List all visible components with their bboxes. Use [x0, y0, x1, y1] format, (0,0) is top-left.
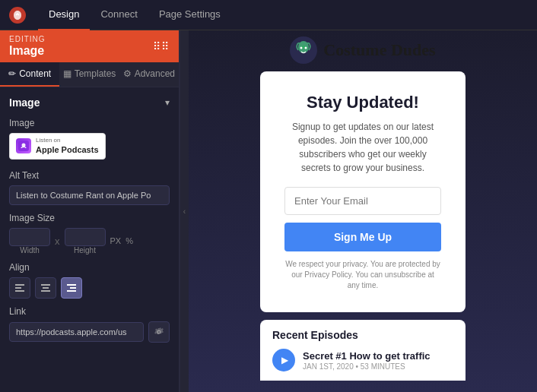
sidebar-header: EDITING Image ⠿⠿: [0, 30, 179, 62]
svg-point-13: [300, 47, 303, 49]
email-input[interactable]: [284, 187, 441, 215]
svg-rect-2: [15, 284, 24, 286]
apple-podcasts-icon: [16, 138, 31, 153]
height-field-group: Height: [65, 228, 106, 254]
pencil-icon: ✏: [8, 68, 16, 79]
link-settings-button[interactable]: [148, 321, 170, 343]
height-label: Height: [65, 246, 106, 254]
nav-tab-connect[interactable]: Connect: [90, 0, 148, 30]
svg-rect-4: [15, 290, 24, 292]
editing-label: EDITING: [9, 35, 46, 43]
width-field-group: Width: [9, 228, 50, 254]
signup-button[interactable]: Sign Me Up: [284, 223, 441, 251]
svg-rect-7: [41, 290, 50, 292]
align-left-button[interactable]: [9, 277, 30, 299]
size-row: Width x Height PX %: [9, 228, 170, 254]
chevron-down-icon[interactable]: ▾: [165, 97, 170, 108]
sidebar-header-info: EDITING Image: [9, 35, 46, 58]
svg-rect-8: [67, 284, 76, 286]
preview-area: Costume Dudes Stay Updated! Signup to ge…: [189, 30, 537, 392]
logo-area: Costume Dudes: [290, 36, 435, 64]
play-icon: ▶: [281, 355, 288, 365]
sidebar-collapse-handle[interactable]: ‹: [180, 30, 189, 392]
apple-podcast-badge: Listen on Apple Podcasts: [36, 137, 99, 156]
align-center-button[interactable]: [35, 277, 56, 299]
image-section-header: Image ▾: [9, 96, 170, 109]
recent-episodes-section: Recent Episodes ▶ Secret #1 How to get t…: [260, 320, 466, 381]
tab-templates[interactable]: ▦ Templates: [59, 62, 119, 87]
episode-info: Secret #1 How to get traffic JAN 1ST, 20…: [303, 350, 453, 371]
svg-rect-3: [15, 287, 21, 289]
link-label: Link: [9, 306, 170, 317]
card-description: Signup to get updates on our latest epis…: [284, 120, 441, 175]
grid-icon[interactable]: ⠿⠿: [153, 40, 170, 52]
top-navigation: Design Connect Page Settings: [0, 0, 537, 30]
recent-episodes-title: Recent Episodes: [272, 329, 453, 341]
nav-tab-page-settings[interactable]: Page Settings: [148, 0, 231, 30]
nav-tab-design[interactable]: Design: [38, 0, 90, 30]
svg-point-14: [305, 47, 307, 49]
sidebar: EDITING Image ⠿⠿ ✏ Content ▦ Templates ⚙…: [0, 30, 180, 392]
align-label: Align: [9, 262, 170, 273]
size-pct-label: %: [126, 236, 133, 245]
alt-text-label: Alt Text: [9, 170, 170, 181]
link-row: [9, 321, 170, 343]
svg-rect-5: [41, 284, 50, 286]
svg-rect-9: [70, 287, 76, 289]
episode-item: ▶ Secret #1 How to get traffic JAN 1ST, …: [272, 349, 453, 371]
main-area: EDITING Image ⠿⠿ ✏ Content ▦ Templates ⚙…: [0, 30, 537, 392]
templates-icon: ▦: [63, 68, 71, 79]
privacy-text: We respect your privacy. You are protect…: [284, 259, 441, 291]
image-field-label: Image: [9, 118, 170, 128]
play-button[interactable]: ▶: [272, 349, 295, 371]
alt-text-input[interactable]: [9, 185, 170, 205]
image-section-title: Image: [9, 96, 40, 109]
tab-content[interactable]: ✏ Content: [0, 62, 59, 87]
signup-card: Stay Updated! Signup to get updates on o…: [260, 71, 466, 312]
episode-title: Secret #1 How to get traffic: [303, 350, 453, 362]
app-logo: [9, 7, 26, 24]
size-unit-label: PX: [110, 236, 122, 245]
width-input[interactable]: [9, 228, 50, 246]
height-input[interactable]: [65, 228, 106, 246]
svg-point-1: [22, 144, 26, 147]
logo-text: Costume Dudes: [323, 40, 435, 60]
align-right-button[interactable]: [61, 277, 82, 299]
sidebar-tabs: ✏ Content ▦ Templates ⚙ Advanced: [0, 62, 179, 87]
width-label: Width: [9, 246, 50, 254]
size-separator: x: [55, 236, 60, 247]
link-input[interactable]: [9, 322, 144, 342]
costume-dudes-logo: [290, 36, 317, 64]
image-preview[interactable]: Listen on Apple Podcasts: [9, 133, 106, 160]
card-title: Stay Updated!: [284, 93, 441, 112]
tab-advanced[interactable]: ⚙ Advanced: [119, 62, 179, 87]
image-size-label: Image Size: [9, 213, 170, 223]
section-name-label: Image: [9, 44, 46, 58]
svg-rect-10: [67, 290, 76, 292]
episode-meta: JAN 1ST, 2020 • 53 MINUTES: [303, 362, 453, 371]
advanced-icon: ⚙: [123, 68, 132, 79]
preview-content: Costume Dudes Stay Updated! Signup to ge…: [189, 30, 537, 381]
sidebar-content: Image ▾ Image: [0, 87, 179, 392]
align-row: [9, 277, 170, 299]
svg-rect-6: [43, 287, 49, 289]
